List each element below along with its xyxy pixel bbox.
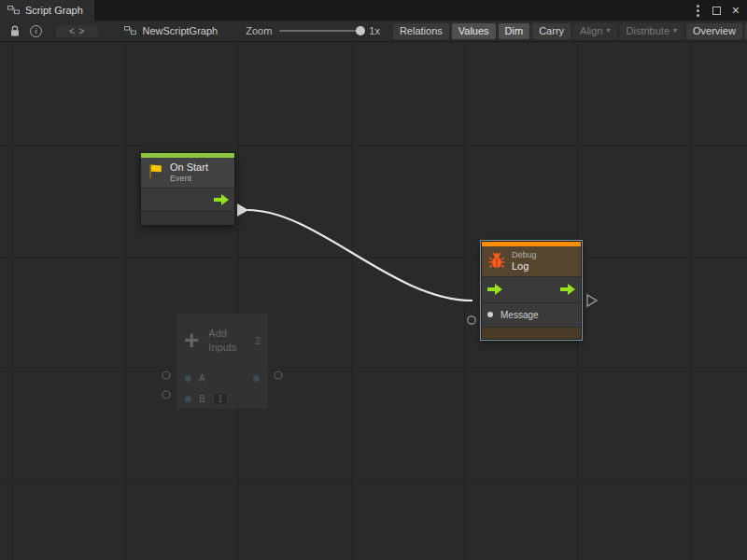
node-title-line2: Inputs [208,341,236,355]
lock-icon[interactable] [5,25,25,37]
ghost-port-a-socket [162,371,170,379]
tab-title: Script Graph [25,5,83,16]
connection-on-start-to-log[interactable] [247,210,472,301]
maximize-icon[interactable] [712,7,721,15]
add-inputs-title-block: Add Inputs [208,327,236,355]
close-icon[interactable]: × [732,4,740,17]
port-b-value-field: 1 [213,392,228,405]
tab-script-graph[interactable]: Script Graph [0,0,94,21]
ghost-port-b-socket [162,391,170,399]
debug-log-footer [482,327,581,339]
dim-button[interactable]: Dim [499,23,530,39]
graph-asset[interactable]: NewScriptGraph [124,25,218,37]
titlebar: Script Graph × [0,0,747,21]
trigger-output-port[interactable] [214,194,229,205]
port-b-label: B [199,394,205,404]
on-start-footer [141,211,234,225]
window-controls: × [695,0,747,21]
port-row-b: B 1 [176,388,268,409]
flag-icon [147,162,164,182]
node-title: Log [512,260,537,273]
trigger-output-port[interactable] [560,284,575,295]
trigger-input-port[interactable] [487,284,502,295]
log-output-hint-arrow [587,295,597,306]
add-inputs-header: + Add Inputs 2 [176,314,268,368]
plus-icon: + [184,328,199,354]
graph-asset-name: NewScriptGraph [142,25,218,36]
carry-button[interactable]: Carry [532,23,571,39]
align-button[interactable]: Align ▾ [573,23,616,39]
graph-canvas[interactable]: On Start Event [0,42,747,560]
port-a-label: A [199,373,205,384]
node-subtitle: Event [170,174,208,184]
node-debug-log[interactable]: Debug Log [481,241,582,340]
output-dot [253,375,260,382]
port-row-a: A [176,368,268,388]
script-graph-window: Script Graph × i < > [0,0,747,560]
bug-icon [487,251,506,272]
graph-asset-icon [124,25,136,37]
overview-button[interactable]: Overview [686,23,742,39]
debug-log-flow-row [482,276,581,302]
node-add-inputs-ghost: + Add Inputs 2 A B 1 [176,313,269,410]
node-category: Debug [512,250,537,260]
port-b-dot [185,396,191,402]
debug-log-title-block: Debug Log [512,250,537,273]
ghost-output-socket [275,371,282,379]
values-button[interactable]: Values [452,23,496,39]
kebab-menu-icon[interactable] [695,3,701,19]
node-title: On Start [170,161,208,174]
code-preview-icon[interactable]: < > [56,25,98,37]
message-port-label: Message [500,310,539,320]
port-a-dot [185,375,191,382]
node-title-line1: Add [208,327,236,341]
distribute-button[interactable]: Distribute ▾ [620,23,684,39]
message-port-dot[interactable] [487,312,493,317]
chevron-down-icon: ▾ [607,27,611,35]
zoom-value: 1x [369,25,380,36]
zoom-label: Zoom [246,25,272,36]
on-start-header: On Start Event [141,158,234,188]
relations-button[interactable]: Relations [393,23,449,39]
zoom-slider[interactable] [279,30,361,32]
on-start-title-block: On Start Event [170,161,208,184]
inputs-count: 2 [255,335,261,346]
info-icon[interactable]: i [25,25,47,37]
chevron-down-icon: ▾ [673,27,677,35]
graph-toolbar: i < > NewScriptGraph Zoom 1x Relations V… [0,21,747,42]
zoom-control: Zoom 1x [246,25,380,36]
node-on-start[interactable]: On Start Event [140,152,235,226]
debug-log-header: Debug Log [482,246,581,276]
debug-log-message-row: Message [482,302,581,327]
script-graph-tab-icon [7,5,20,17]
message-port-socket[interactable] [468,316,475,324]
on-start-flow-row [141,188,234,211]
zoom-slider-knob[interactable] [356,26,365,35]
toolbar-buttons: Relations Values Dim Carry Align ▾ Distr… [393,23,747,39]
connection-source-arrow [237,203,248,217]
connections-overlay [0,42,747,560]
